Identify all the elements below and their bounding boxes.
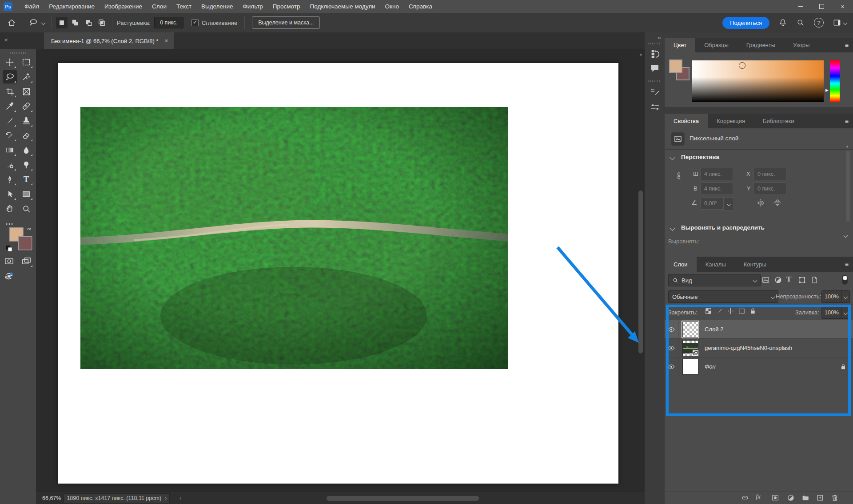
tab-libraries[interactable]: Библиотеки	[754, 114, 803, 128]
frame-tool[interactable]	[19, 85, 33, 98]
eyedropper-tool[interactable]	[3, 99, 17, 113]
layer-name[interactable]: Фон	[705, 363, 716, 370]
menu-select[interactable]: Выделение	[196, 0, 238, 13]
document-info-field[interactable]: 1890 пикс. x1417 пикс. (118,11 ppcm) ›	[64, 493, 170, 503]
menu-edit[interactable]: Редактирование	[44, 0, 100, 13]
tab-swatches[interactable]: Образцы	[695, 38, 737, 52]
panel-menu-icon[interactable]: ≡	[845, 118, 849, 125]
filter-type-layers-button[interactable]: T	[786, 275, 791, 284]
angle-input[interactable]: 0,00°	[700, 197, 727, 210]
properties-scrollbar[interactable]	[846, 151, 850, 222]
tab-layers[interactable]: Слои	[665, 257, 697, 272]
zoom-tool[interactable]	[19, 202, 33, 215]
menu-filter[interactable]: Фильтр	[238, 0, 267, 13]
y-input[interactable]: 0 пикс.	[753, 183, 786, 195]
vertical-scrollbar-thumb[interactable]	[638, 190, 643, 353]
panel-foreground-swatch[interactable]	[669, 60, 682, 73]
filter-adjustment-layers-button[interactable]	[774, 276, 782, 284]
menu-type[interactable]: Текст	[171, 0, 196, 13]
canvas-area[interactable]: ▲ 66,67% 1890 пикс. x1417 пикс. (118,11 …	[36, 49, 645, 504]
layer-visibility-toggle[interactable]	[665, 320, 678, 338]
share-button[interactable]: Поделиться	[722, 17, 769, 29]
blend-mode-combo[interactable]: Обычные	[668, 290, 778, 303]
tool-preset-chevron-icon[interactable]	[41, 20, 46, 25]
transform-section-chevron-icon[interactable]	[670, 155, 675, 160]
menu-view[interactable]: Просмотр	[268, 0, 305, 13]
status-scroll-left-icon[interactable]: ‹	[179, 495, 181, 501]
opacity-value-box[interactable]: 100%	[821, 290, 850, 303]
restore-button[interactable]	[811, 0, 832, 13]
clone-stamp-tool[interactable]	[19, 114, 33, 127]
forest-image-layer[interactable]	[80, 107, 508, 369]
menu-file[interactable]: Файл	[20, 0, 44, 13]
path-selection-tool[interactable]	[3, 187, 17, 201]
selection-mode-new-button[interactable]	[56, 17, 68, 28]
search-icon[interactable]	[796, 18, 805, 27]
flip-vertical-button[interactable]	[773, 198, 782, 208]
scroll-up-icon[interactable]: ▲	[845, 144, 849, 148]
link-dimensions-icon[interactable]	[674, 171, 683, 180]
panel-menu-icon[interactable]: ≡	[845, 261, 849, 268]
shape-tool[interactable]	[19, 187, 33, 201]
menu-layers[interactable]: Слои	[147, 0, 171, 13]
layer-filtering-toggle[interactable]	[842, 275, 848, 285]
delete-layer-button[interactable]	[831, 494, 839, 502]
layer2-thumbnail[interactable]	[682, 321, 698, 337]
swap-colors-button[interactable]	[25, 226, 32, 234]
lock-transparency-button[interactable]	[705, 307, 712, 315]
panel-menu-icon[interactable]: ≡	[845, 42, 849, 49]
help-icon[interactable]: ?	[814, 18, 824, 28]
history-panel-button[interactable]	[648, 47, 662, 60]
screen-mode-button[interactable]	[19, 254, 33, 268]
new-layer-button[interactable]	[816, 494, 824, 502]
document-tab[interactable]: Без имени-1 @ 66,7% (Слой 2, RGB/8) * ×	[44, 32, 174, 49]
select-and-mask-button[interactable]: Выделение и маска...	[252, 16, 320, 29]
selection-mode-add-button[interactable]	[69, 17, 81, 28]
filter-pixel-layers-button[interactable]	[761, 276, 770, 284]
transform-section-title[interactable]: Перспектива	[681, 154, 719, 160]
layer-row-geranimo[interactable]: geranimo-qzgN45hseN0-unsplash	[665, 339, 853, 357]
workspace-switcher[interactable]	[833, 18, 847, 27]
dock-gripper[interactable]	[648, 80, 661, 82]
align-section-title[interactable]: Выровнять и распределить	[681, 224, 765, 231]
layer-name[interactable]: geranimo-qzgN45hseN0-unsplash	[705, 345, 792, 351]
magic-wand-tool[interactable]	[19, 70, 33, 83]
brushes-panel-button[interactable]	[648, 100, 662, 113]
document-canvas[interactable]	[58, 63, 618, 484]
layer-filter-combo[interactable]: Вид	[668, 274, 761, 286]
new-adjustment-layer-button[interactable]	[787, 494, 795, 502]
link-layers-button[interactable]	[741, 494, 749, 502]
layer-visibility-toggle[interactable]	[665, 339, 678, 357]
pen-tool[interactable]	[3, 173, 17, 186]
vertical-scrollbar[interactable]	[638, 49, 643, 492]
gradient-tool[interactable]	[3, 143, 17, 157]
blur-tool[interactable]	[19, 143, 33, 157]
comments-panel-button[interactable]	[648, 62, 662, 75]
brush-settings-panel-button[interactable]	[648, 85, 662, 98]
height-input[interactable]: 4 пикс.	[700, 183, 733, 195]
lock-all-button[interactable]	[749, 307, 757, 315]
layer-name[interactable]: Слой 2	[705, 326, 723, 333]
document-tab-close-icon[interactable]: ×	[164, 37, 168, 44]
layer-row-layer2[interactable]: Слой 2	[665, 320, 853, 339]
fill-dropdown[interactable]	[841, 307, 849, 318]
hue-strip[interactable]	[830, 60, 840, 102]
tab-adjustments[interactable]: Коррекция	[708, 114, 754, 128]
tab-gradients[interactable]: Градиенты	[737, 38, 784, 52]
angle-dropdown[interactable]	[723, 197, 734, 210]
lock-pixels-button[interactable]	[716, 307, 723, 315]
horizontal-scrollbar-thumb[interactable]	[327, 496, 479, 501]
document-info-expand-icon[interactable]: ›	[165, 495, 167, 501]
background-color-swatch[interactable]	[18, 236, 32, 250]
chevron-down-icon[interactable]	[844, 234, 848, 238]
opacity-dropdown[interactable]	[841, 291, 849, 302]
lock-artboard-button[interactable]	[738, 307, 745, 315]
type-tool[interactable]: T	[19, 173, 33, 186]
marquee-tool[interactable]	[19, 56, 33, 69]
brush-tool[interactable]	[3, 114, 17, 127]
layer-visibility-toggle[interactable]	[665, 357, 678, 376]
lasso-tool-selected[interactable]	[3, 70, 17, 83]
hue-slider-arrow-icon[interactable]: ▶	[825, 88, 829, 92]
current-tool-lasso-icon[interactable]	[28, 18, 38, 28]
history-brush-tool[interactable]	[3, 129, 17, 142]
